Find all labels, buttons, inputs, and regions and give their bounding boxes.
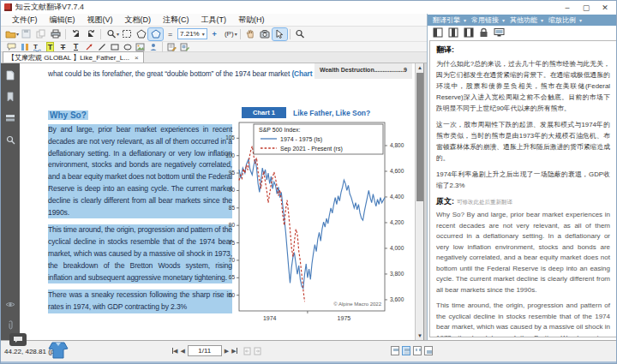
menu-edit[interactable]: 编辑(E) xyxy=(44,15,81,26)
copy-pages-button[interactable] xyxy=(33,28,48,40)
rectangle-annotation-button[interactable] xyxy=(108,42,121,51)
highlight-annotation-button[interactable] xyxy=(18,42,31,51)
toc-row[interactable]: Thoughts On Bonds ......................… xyxy=(320,63,407,65)
menu-document[interactable]: 文档(D) xyxy=(119,15,158,26)
single-page-layout-button[interactable] xyxy=(391,346,399,355)
continuous-layout-button[interactable] xyxy=(402,346,410,355)
toolbar-separator xyxy=(290,29,291,39)
print-button[interactable] xyxy=(48,28,63,40)
toc-label: Thoughts On Bonds xyxy=(320,63,377,65)
panel-text-area[interactable]: 翻译: 为什么如此?总的来说，过去几十年的熊市经验与此无关，因为它们都发生在通货… xyxy=(429,40,617,337)
edit-object-button[interactable] xyxy=(178,42,191,51)
squiggly-annotation-button[interactable]: T xyxy=(31,42,44,51)
svg-text:4,400: 4,400 xyxy=(390,194,404,200)
menu-comment[interactable]: 注释(C) xyxy=(157,15,195,26)
panel-menu-functions[interactable]: 其他功能 xyxy=(510,15,537,25)
snapshot-button[interactable] xyxy=(258,28,273,40)
image-stamp-button[interactable] xyxy=(134,42,147,51)
ellipse-icon xyxy=(123,43,132,51)
pdf-page[interactable]: what could be its forefather, the great … xyxy=(20,63,415,340)
layers-icon xyxy=(5,114,15,122)
next-page-button[interactable]: ▶ xyxy=(225,348,229,355)
views-panel-button[interactable] xyxy=(3,297,17,311)
text-highlight-button[interactable]: T xyxy=(44,42,57,51)
layout-original-only-button[interactable] xyxy=(433,26,443,41)
svg-text:4,200: 4,200 xyxy=(390,219,404,225)
bookmarks-panel-button[interactable] xyxy=(3,90,17,104)
panel-menu-engine[interactable]: 翻译引擎 xyxy=(433,15,460,25)
last-page-button[interactable]: ▶ xyxy=(231,348,237,355)
tab-close-icon[interactable]: × xyxy=(135,54,139,62)
page-indicator-field[interactable]: 1/11 xyxy=(188,345,222,356)
magnifier-icon xyxy=(106,29,117,39)
page-glyph xyxy=(427,350,432,354)
printer-icon xyxy=(51,29,61,39)
zoom-combobox[interactable]: 7.21% ▾ xyxy=(177,28,207,39)
previous-page-button[interactable]: ◀ xyxy=(180,348,184,355)
svg-text:4,000: 4,000 xyxy=(390,245,404,251)
menu-view[interactable]: 视图(V) xyxy=(81,15,119,26)
translation-paragraph: 这一次，股市周期性下跌的起源、发展和模式与1974年的熊市类似，当时的熊市是由1… xyxy=(436,119,610,164)
close-button[interactable]: ✕ xyxy=(596,1,614,14)
menu-tools[interactable]: 工具(T) xyxy=(195,15,233,26)
pan-zoom-button[interactable] xyxy=(148,28,163,40)
scrollbar-thumb[interactable] xyxy=(416,73,423,201)
minimize-button[interactable]: – xyxy=(558,1,577,14)
rotate-right-button[interactable] xyxy=(83,28,98,40)
sidebar-search-button[interactable] xyxy=(3,133,17,146)
comment-overlay-button[interactable] xyxy=(9,333,27,346)
folder-icon xyxy=(5,29,16,39)
rotate-left-button[interactable] xyxy=(69,28,83,40)
search-button[interactable] xyxy=(293,28,308,40)
first-page-button[interactable]: ◀ xyxy=(172,348,177,355)
toc-dots: .............................. xyxy=(374,65,404,75)
svg-text:4,600: 4,600 xyxy=(390,168,404,174)
svg-text:4,800: 4,800 xyxy=(390,142,404,148)
toolbar-separator xyxy=(100,29,101,39)
note-annotation-button[interactable] xyxy=(5,42,18,51)
layers-panel-button[interactable] xyxy=(3,111,17,125)
menu-file[interactable]: 文件(F) xyxy=(6,15,44,26)
fit-width-button[interactable]: = xyxy=(163,28,177,40)
arrow-annotation-button[interactable] xyxy=(82,42,95,51)
stamp-tool-button[interactable] xyxy=(147,42,159,51)
loupe-tool-button[interactable] xyxy=(134,28,148,40)
toolbar-separator xyxy=(65,29,66,39)
page-thumbnail-icon xyxy=(5,70,15,81)
fit-page-layout-button[interactable] xyxy=(424,346,433,355)
rotate-right-icon xyxy=(86,29,96,39)
section-heading: Why So? xyxy=(48,110,88,120)
attachments-panel-button[interactable] xyxy=(3,319,17,332)
select-tool-button[interactable] xyxy=(273,28,287,40)
mini-toc-box: Thoughts On Bonds ......................… xyxy=(314,63,412,79)
original-label: 原文:可修改此处后重新翻译 xyxy=(436,196,610,207)
next-view-button[interactable] xyxy=(254,347,261,355)
document-scrollbar[interactable]: ▲ ▼ xyxy=(415,63,423,340)
lock-panel-button[interactable] xyxy=(479,26,488,41)
underline-annotation-button[interactable]: T xyxy=(69,42,82,51)
document-tab[interactable]: 【艾摩宏观 GLOBAL 】Like_Father_L... × xyxy=(3,51,144,63)
two-page-layout-button[interactable] xyxy=(413,346,422,355)
toc-page: 9 xyxy=(404,65,407,75)
edit-text-button[interactable] xyxy=(165,42,178,51)
screen-capture-button[interactable] xyxy=(494,26,505,41)
layout-both-button[interactable] xyxy=(464,26,474,41)
strikeout-annotation-button[interactable]: T xyxy=(57,42,69,51)
panel-menu-zoom[interactable]: 缩放比例 xyxy=(548,15,576,25)
thumbnails-panel-button[interactable] xyxy=(3,69,17,82)
ellipse-annotation-button[interactable] xyxy=(121,42,134,51)
hand-tool-button[interactable] xyxy=(243,28,258,40)
save-button[interactable] xyxy=(19,28,33,40)
marquee-zoom-button[interactable] xyxy=(119,28,134,40)
toolbar-separator xyxy=(162,42,163,52)
zhiyun-float-widget[interactable] xyxy=(47,341,69,363)
menu-help[interactable]: 帮助(H) xyxy=(232,15,271,26)
previous-view-button[interactable] xyxy=(243,347,251,355)
toc-row[interactable]: Wealth Destruction .....................… xyxy=(320,65,407,75)
page-mode-caret-icon[interactable]: ▾ xyxy=(235,31,237,37)
line-annotation-button[interactable] xyxy=(95,42,108,51)
zoom-in-button[interactable]: + xyxy=(207,28,222,40)
maximize-button[interactable]: ▢ xyxy=(577,1,596,14)
layout-translation-only-button[interactable] xyxy=(448,26,458,41)
panel-menu-links[interactable]: 常用链接 xyxy=(471,15,499,25)
